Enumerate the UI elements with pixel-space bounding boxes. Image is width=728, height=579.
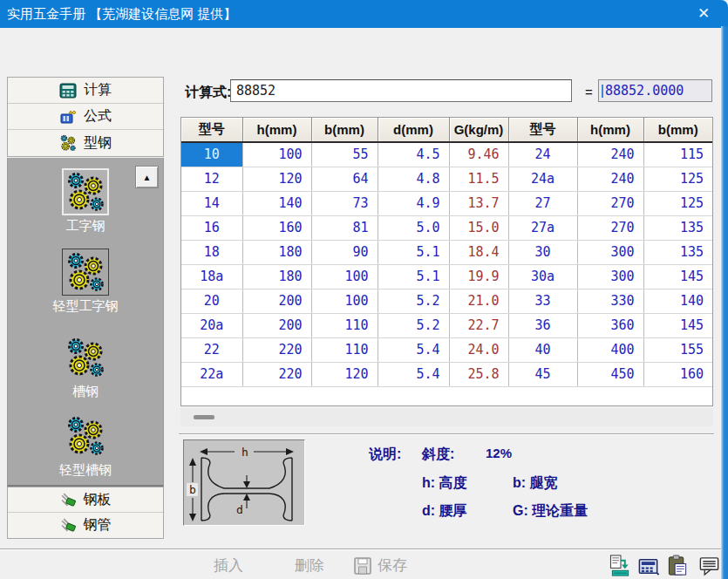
table-cell[interactable]: 21.0 [449, 289, 508, 313]
table-cell[interactable]: 10 [181, 142, 242, 167]
table-cell[interactable]: 360 [577, 313, 643, 337]
table-cell[interactable]: 5.1 [378, 264, 449, 289]
column-header[interactable]: h(mm) [577, 118, 643, 142]
calculator-icon[interactable] [637, 555, 661, 577]
expression-input[interactable] [230, 79, 572, 102]
table-cell[interactable]: 90 [311, 240, 378, 264]
table-cell[interactable]: 100 [311, 264, 378, 289]
table-cell[interactable]: 135 [643, 215, 712, 240]
table-cell[interactable]: 300 [577, 240, 643, 264]
sidebar-item-steel-plate[interactable]: 钢板 [8, 487, 163, 513]
table-cell[interactable]: 5.4 [378, 362, 449, 386]
table-cell[interactable]: 220 [242, 337, 311, 362]
table-cell[interactable]: 200 [242, 289, 311, 313]
table-cell[interactable]: 240 [577, 142, 643, 167]
table-cell[interactable]: 5.4 [378, 337, 449, 362]
table-cell[interactable]: 27a [508, 215, 577, 240]
table-cell[interactable]: 25.8 [449, 362, 508, 386]
table-cell[interactable]: 160 [643, 362, 712, 386]
table-cell[interactable]: 4.5 [378, 142, 449, 167]
table-cell[interactable]: 5.0 [378, 215, 449, 240]
sidebar-item-formula[interactable]: 公式 [8, 104, 163, 130]
copy-transfer-icon[interactable] [609, 555, 632, 577]
sidebar-item-calculate[interactable]: 计算 [8, 78, 163, 104]
table-cell[interactable]: 330 [577, 289, 643, 313]
table-cell[interactable]: 450 [577, 362, 643, 386]
table-cell[interactable]: 45 [508, 362, 577, 386]
table-cell[interactable]: 24 [508, 142, 577, 167]
table-cell[interactable]: 5.2 [378, 289, 449, 313]
column-header[interactable]: h(mm) [242, 118, 311, 142]
table-cell[interactable]: 11.5 [449, 167, 508, 191]
table-cell[interactable]: 220 [242, 362, 311, 386]
table-cell[interactable]: 22a [181, 362, 242, 386]
table-cell[interactable]: 135 [643, 240, 712, 264]
column-header[interactable]: 型号 [508, 118, 577, 142]
table-cell[interactable]: 24.0 [449, 337, 508, 362]
table-cell[interactable]: 5.1 [378, 240, 449, 264]
sidebar-item-steel-pipe[interactable]: 钢管 [8, 513, 163, 538]
table-cell[interactable]: 400 [577, 337, 643, 362]
table-cell[interactable]: 180 [242, 264, 311, 289]
column-header[interactable]: G(kg/m) [449, 118, 508, 142]
table-cell[interactable]: 22.7 [449, 313, 508, 337]
table-cell[interactable]: 4.8 [378, 167, 449, 191]
table-cell[interactable]: 100 [311, 289, 378, 313]
table-cell[interactable]: 18 [181, 240, 242, 264]
horizontal-scrollbar[interactable] [180, 408, 713, 426]
table-cell[interactable]: 13.7 [449, 191, 508, 215]
table-cell[interactable]: 33 [508, 289, 577, 313]
table-cell[interactable]: 18.4 [449, 240, 508, 264]
table-cell[interactable]: 27 [508, 191, 577, 215]
clipboard-paste-icon[interactable] [666, 555, 690, 577]
table-cell[interactable]: 240 [577, 167, 643, 191]
table-cell[interactable]: 20a [181, 313, 242, 337]
table-cell[interactable]: 155 [643, 337, 712, 362]
table-cell[interactable]: 200 [242, 313, 311, 337]
table-cell[interactable]: 160 [242, 215, 311, 240]
table-cell[interactable]: 20 [181, 289, 242, 313]
table-cell[interactable]: 40 [508, 337, 577, 362]
table-cell[interactable]: 270 [577, 215, 643, 240]
column-header[interactable]: b(mm) [311, 118, 378, 142]
table-cell[interactable]: 12 [181, 167, 242, 191]
column-header[interactable]: d(mm) [378, 118, 449, 142]
steel-item-channel[interactable]: 槽钢 [8, 334, 163, 400]
table-cell[interactable]: 110 [311, 337, 378, 362]
table-cell[interactable]: 140 [643, 289, 712, 313]
table-cell[interactable]: 14 [181, 191, 242, 215]
table-cell[interactable]: 30 [508, 240, 577, 264]
table-cell[interactable]: 300 [577, 264, 643, 289]
table-cell[interactable]: 15.0 [449, 215, 508, 240]
scrollbar-thumb[interactable] [194, 415, 214, 419]
table-cell[interactable]: 22 [181, 337, 242, 362]
notes-icon[interactable] [697, 555, 721, 577]
table-cell[interactable]: 9.46 [449, 142, 508, 167]
table-cell[interactable]: 120 [242, 167, 311, 191]
table-cell[interactable]: 5.2 [378, 313, 449, 337]
insert-button[interactable]: 插入 [214, 555, 243, 576]
delete-button[interactable]: 删除 [295, 555, 324, 576]
steel-item-light-channel[interactable]: 轻型槽钢 [8, 412, 163, 479]
table-cell[interactable]: 270 [577, 191, 643, 215]
scroll-up-button[interactable]: ▲ [135, 166, 159, 188]
table-cell[interactable]: 110 [311, 313, 378, 337]
table-cell[interactable]: 180 [242, 240, 311, 264]
table-cell[interactable]: 18a [181, 264, 242, 289]
table-cell[interactable]: 4.9 [378, 191, 449, 215]
column-header[interactable]: b(mm) [643, 118, 712, 142]
table-cell[interactable]: 125 [643, 167, 712, 191]
table-cell[interactable]: 55 [311, 142, 378, 167]
table-cell[interactable]: 100 [242, 142, 311, 167]
table-cell[interactable]: 140 [242, 191, 311, 215]
table-cell[interactable]: 115 [643, 142, 712, 167]
save-button[interactable]: 保存 [353, 555, 407, 576]
table-cell[interactable]: 24a [508, 167, 577, 191]
table-cell[interactable]: 120 [311, 362, 378, 386]
table-cell[interactable]: 145 [643, 313, 712, 337]
table-cell[interactable]: 19.9 [449, 264, 508, 289]
table-cell[interactable]: 145 [643, 264, 712, 289]
table-cell[interactable]: 73 [311, 191, 378, 215]
sidebar-item-section-steel[interactable]: 型钢 [8, 130, 163, 156]
table-cell[interactable]: 125 [643, 191, 712, 215]
